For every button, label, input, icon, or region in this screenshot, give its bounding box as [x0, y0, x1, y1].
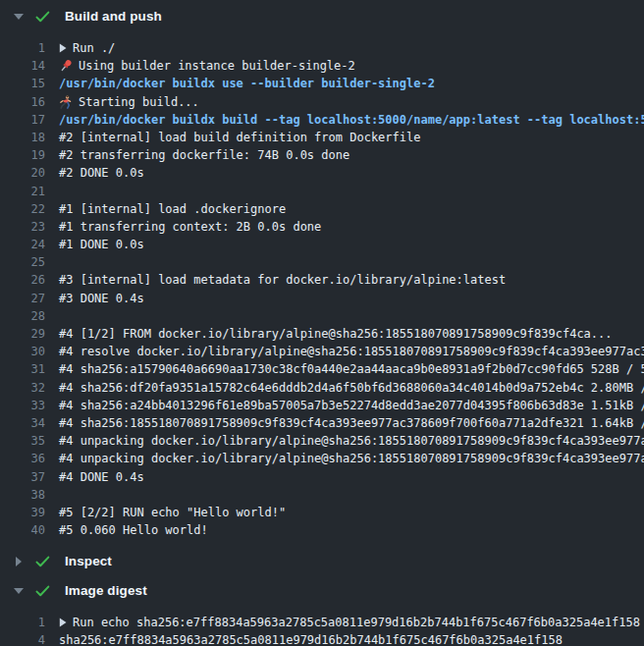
log-line: 35 #4 unpacking docker.io/library/alpine… — [0, 432, 644, 450]
line-number[interactable]: 22 — [0, 200, 45, 218]
line-number[interactable]: 4 — [0, 631, 45, 646]
check-success-icon — [35, 556, 51, 567]
log-line: 29 #4 [1/2] FROM docker.io/library/alpin… — [0, 325, 644, 343]
line-text: #2 DONE 0.0s — [59, 164, 144, 182]
line-number[interactable]: 25 — [0, 253, 45, 271]
log-line: 34 #4 sha256:185518070891758909c9f839cf4… — [0, 414, 644, 432]
line-number[interactable]: 19 — [0, 146, 45, 164]
log-line: 25 — [0, 253, 644, 271]
section-title: Image digest — [65, 583, 147, 598]
line-number[interactable]: 36 — [0, 450, 45, 467]
chevron-right-icon[interactable] — [10, 557, 27, 566]
log-line: 30 #4 resolve docker.io/library/alpine@s… — [0, 343, 644, 360]
log-line: 21 — [0, 183, 644, 200]
check-success-icon — [35, 585, 51, 597]
line-number[interactable]: 39 — [0, 504, 45, 521]
log-line: 28 — [0, 307, 644, 325]
line-number[interactable]: 1 — [0, 39, 45, 57]
line-text: #4 sha256:185518070891758909c9f839cf4ca3… — [59, 414, 644, 432]
line-text: #4 sha256:df20fa9351a15782c64e6dddb2d4a6… — [59, 379, 644, 397]
check-success-icon — [35, 11, 51, 23]
line-number[interactable]: 23 — [0, 218, 45, 236]
line-number[interactable]: 30 — [0, 343, 45, 360]
section-header[interactable]: Build and push — [0, 0, 644, 29]
log-line: 33 #4 sha256:a24bb4013296f61e89ba57005a7… — [0, 397, 644, 414]
line-number[interactable]: 38 — [0, 486, 45, 504]
line-number[interactable]: 26 — [0, 271, 45, 289]
line-number[interactable]: 28 — [0, 307, 45, 325]
line-text: #4 [1/2] FROM docker.io/library/alpine@s… — [59, 325, 613, 343]
log-line: 15 /usr/bin/docker buildx use --builder … — [0, 75, 644, 92]
line-number[interactable]: 29 — [0, 325, 45, 343]
section-lines: 1 Run ./ 14 Using builder instance build… — [0, 29, 644, 545]
log-line: 37 #4 DONE 0.4s — [0, 468, 644, 486]
line-number[interactable]: 40 — [0, 521, 45, 539]
line-text: #4 unpacking docker.io/library/alpine@sh… — [59, 450, 644, 467]
line-text: /usr/bin/docker buildx use --builder bui… — [59, 75, 435, 92]
log-line: 20 #2 DONE 0.0s — [0, 164, 644, 182]
log-section: Image digest 1 Run echo sha256:e7ff8834a… — [0, 574, 644, 646]
line-text: Starting build... — [59, 93, 199, 111]
line-number[interactable]: 34 — [0, 414, 45, 432]
line-text: #3 [internal] load metadata for docker.i… — [59, 271, 506, 289]
line-text: #4 resolve docker.io/library/alpine@sha2… — [59, 343, 644, 360]
line-text: #5 0.060 Hello world! — [59, 521, 208, 539]
line-text: /usr/bin/docker buildx build --tag local… — [59, 111, 644, 129]
log-line: 16 Starting build... — [0, 93, 644, 111]
line-text: #4 unpacking docker.io/library/alpine@sh… — [59, 432, 644, 450]
line-number[interactable]: 37 — [0, 468, 45, 486]
play-icon[interactable] — [59, 618, 67, 627]
line-text: Run ./ — [59, 39, 115, 57]
line-text: #4 sha256:a24bb4013296f61e89ba57005a7b3e… — [59, 397, 644, 414]
line-text: #1 [internal] load .dockerignore — [59, 200, 286, 218]
runner-icon — [59, 95, 73, 109]
line-number[interactable]: 33 — [0, 397, 45, 414]
log-line: 19 #2 transferring dockerfile: 74B 0.0s … — [0, 146, 644, 164]
line-number[interactable]: 27 — [0, 290, 45, 307]
section-title: Build and push — [65, 9, 162, 24]
log-line: 27 #3 DONE 0.4s — [0, 290, 644, 307]
section-header[interactable]: Image digest — [0, 574, 644, 604]
log-line: 39 #5 [2/2] RUN echo "Hello world!" — [0, 504, 644, 521]
log-line: 1 Run echo sha256:e7ff8834a5963a2785c5a0… — [0, 614, 644, 631]
line-number[interactable]: 24 — [0, 236, 45, 253]
chevron-down-icon[interactable] — [10, 14, 27, 20]
line-number[interactable]: 14 — [0, 57, 45, 75]
pushpin-icon — [59, 59, 73, 73]
section-title: Inspect — [65, 554, 112, 568]
log-line: 38 — [0, 486, 644, 504]
line-number[interactable]: 31 — [0, 360, 45, 378]
line-text: #4 DONE 0.4s — [59, 468, 144, 486]
line-text: Run echo sha256:e7ff8834a5963a2785c5a081… — [59, 614, 640, 631]
line-number[interactable]: 15 — [0, 75, 45, 92]
line-number[interactable]: 35 — [0, 432, 45, 450]
line-number[interactable]: 16 — [0, 93, 45, 111]
section-header[interactable]: Inspect — [0, 545, 644, 574]
log-line: 18 #2 [internal] load build definition f… — [0, 129, 644, 146]
log-line: 26 #3 [internal] load metadata for docke… — [0, 271, 644, 289]
log-section: Build and push 1 Run ./ 14 Using builder… — [0, 0, 644, 545]
play-icon[interactable] — [59, 43, 67, 53]
line-number[interactable]: 17 — [0, 111, 45, 129]
chevron-down-icon[interactable] — [10, 588, 27, 594]
log-line: 14 Using builder instance builder-single… — [0, 57, 644, 75]
line-text: #3 DONE 0.4s — [59, 290, 144, 307]
line-text: #4 sha256:a15790640a6690aa1730c38cf0a440… — [59, 360, 644, 378]
log-section: Inspect — [0, 545, 644, 574]
line-text: sha256:e7ff8834a5963a2785c5a0811e979d16b… — [59, 631, 563, 646]
line-number[interactable]: 18 — [0, 129, 45, 146]
section-lines: 1 Run echo sha256:e7ff8834a5963a2785c5a0… — [0, 604, 644, 646]
log-line: 17 /usr/bin/docker buildx build --tag lo… — [0, 111, 644, 129]
line-text: Using builder instance builder-single-2 — [59, 57, 355, 75]
log-line: 4 sha256:e7ff8834a5963a2785c5a0811e979d1… — [0, 631, 644, 646]
log-line: 32 #4 sha256:df20fa9351a15782c64e6dddb2d… — [0, 379, 644, 397]
line-number[interactable]: 32 — [0, 379, 45, 397]
line-text: #1 transferring context: 2B 0.0s done — [59, 218, 321, 236]
log-line: 31 #4 sha256:a15790640a6690aa1730c38cf0a… — [0, 360, 644, 378]
line-number[interactable]: 20 — [0, 164, 45, 182]
line-number[interactable]: 21 — [0, 183, 45, 200]
line-text: #1 DONE 0.0s — [59, 236, 144, 253]
line-number[interactable]: 1 — [0, 614, 45, 631]
log-line: 24 #1 DONE 0.0s — [0, 236, 644, 253]
line-text: #2 transferring dockerfile: 74B 0.0s don… — [59, 146, 349, 164]
